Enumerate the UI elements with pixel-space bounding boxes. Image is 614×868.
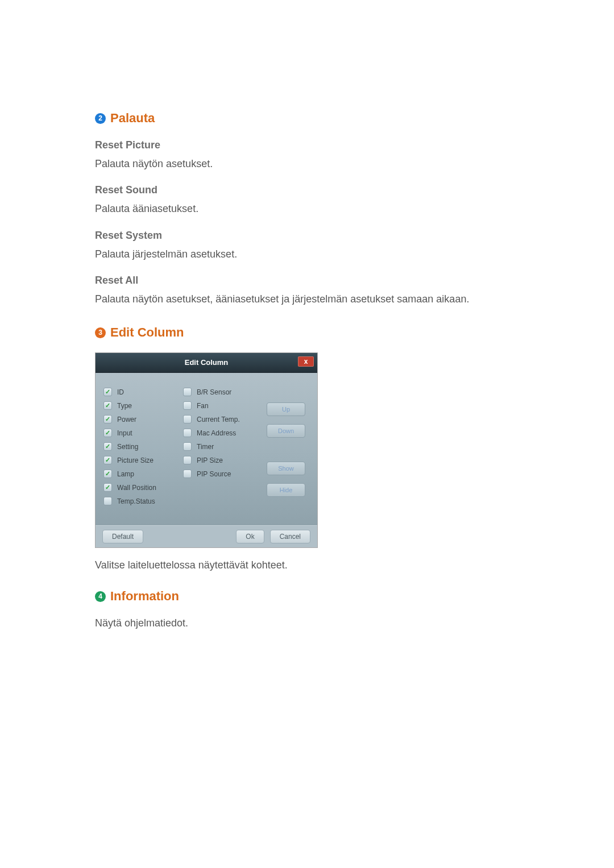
document-page: 2 Palauta Reset Picture Palauta näytön a… xyxy=(0,0,614,630)
checkbox-icon[interactable] xyxy=(183,429,192,437)
section-heading-information: 4 Information xyxy=(95,589,520,604)
column-side: Up Down Show Hide xyxy=(263,385,309,508)
checkbox-label: ID xyxy=(117,388,124,396)
section-title: Edit Column xyxy=(110,325,184,340)
checkbox-row[interactable]: Wall Position xyxy=(103,481,183,494)
checkbox-label: Type xyxy=(117,402,132,410)
checkbox-icon[interactable] xyxy=(103,442,112,451)
checkbox-row[interactable]: PIP Size xyxy=(183,454,263,467)
checkbox-row[interactable]: Fan xyxy=(183,399,263,412)
checkbox-icon[interactable] xyxy=(103,388,112,396)
checkbox-label: Temp.Status xyxy=(117,497,155,505)
checkbox-label: Lamp xyxy=(117,470,134,478)
checkbox-label: Mac Address xyxy=(197,429,236,437)
checkbox-icon[interactable] xyxy=(183,415,192,423)
checkbox-icon[interactable] xyxy=(103,470,112,478)
checkbox-icon[interactable] xyxy=(183,401,192,410)
checkbox-icon[interactable] xyxy=(103,497,112,505)
checkbox-label: B/R Sensor xyxy=(197,388,231,396)
dialog-body: IDTypePowerInputSettingPicture SizeLampW… xyxy=(96,373,317,525)
dialog-titlebar: Edit Column x xyxy=(96,353,317,373)
subheading-reset-picture: Reset Picture xyxy=(95,139,520,151)
checkbox-icon[interactable] xyxy=(183,470,192,478)
checkbox-row[interactable]: B/R Sensor xyxy=(183,385,263,398)
checkbox-row[interactable]: Temp.Status xyxy=(103,495,183,508)
checkbox-label: PIP Source xyxy=(197,470,231,478)
checkbox-label: Wall Position xyxy=(117,484,156,492)
checkbox-row[interactable]: ID xyxy=(103,385,183,398)
text-reset-picture: Palauta näytön asetukset. xyxy=(95,157,520,171)
text-reset-system: Palauta järjestelmän asetukset. xyxy=(95,247,520,261)
checkbox-label: PIP Size xyxy=(197,456,223,464)
edit-column-dialog: Edit Column x IDTypePowerInputSettingPic… xyxy=(95,352,318,548)
text-reset-sound: Palauta ääniasetukset. xyxy=(95,202,520,215)
checkbox-label: Input xyxy=(117,429,132,437)
text-reset-all: Palauta näytön asetukset, ääniasetukset … xyxy=(95,292,520,306)
checkbox-icon[interactable] xyxy=(183,388,192,396)
badge-4-icon: 4 xyxy=(95,591,106,602)
subheading-reset-all: Reset All xyxy=(95,275,520,286)
close-icon[interactable]: x xyxy=(298,356,314,367)
checkbox-icon[interactable] xyxy=(103,483,112,492)
default-button[interactable]: Default xyxy=(102,530,143,543)
cancel-button[interactable]: Cancel xyxy=(270,530,310,543)
checkbox-label: Setting xyxy=(117,443,138,451)
dialog-footer: Default Ok Cancel xyxy=(96,525,317,547)
checkbox-row[interactable]: Power xyxy=(103,413,183,426)
edit-column-caption: Valitse laiteluettelossa näytettävät koh… xyxy=(95,558,520,572)
ok-button[interactable]: Ok xyxy=(236,530,264,543)
hide-button[interactable]: Hide xyxy=(267,483,305,497)
checkbox-icon[interactable] xyxy=(183,456,192,464)
subheading-reset-system: Reset System xyxy=(95,230,520,242)
checkbox-label: Power xyxy=(117,416,136,423)
checkbox-row[interactable]: Timer xyxy=(183,440,263,453)
section-title: Palauta xyxy=(110,111,155,126)
checkbox-icon[interactable] xyxy=(103,415,112,423)
checkbox-icon[interactable] xyxy=(103,429,112,437)
checkbox-icon[interactable] xyxy=(103,456,112,464)
checkbox-row[interactable]: Mac Address xyxy=(183,426,263,439)
checkbox-row[interactable]: Type xyxy=(103,399,183,412)
checkbox-label: Picture Size xyxy=(117,456,154,464)
checkbox-label: Current Temp. xyxy=(197,416,240,423)
subheading-reset-sound: Reset Sound xyxy=(95,184,520,196)
badge-3-icon: 3 xyxy=(95,327,106,338)
checkbox-row[interactable]: Lamp xyxy=(103,467,183,480)
badge-2-icon: 2 xyxy=(95,113,106,124)
section-heading-edit-column: 3 Edit Column xyxy=(95,325,520,340)
column-right: B/R SensorFanCurrent Temp.Mac AddressTim… xyxy=(183,385,263,508)
checkbox-row[interactable]: PIP Source xyxy=(183,467,263,480)
column-left: IDTypePowerInputSettingPicture SizeLampW… xyxy=(103,385,183,508)
checkbox-row[interactable]: Input xyxy=(103,426,183,439)
checkbox-icon[interactable] xyxy=(103,401,112,410)
checkbox-row[interactable]: Setting xyxy=(103,440,183,453)
section-title: Information xyxy=(110,589,179,604)
checkbox-icon[interactable] xyxy=(183,442,192,451)
up-button[interactable]: Up xyxy=(267,402,305,416)
checkbox-row[interactable]: Picture Size xyxy=(103,454,183,467)
text-information: Näytä ohjelmatiedot. xyxy=(95,616,520,630)
checkbox-label: Timer xyxy=(197,443,214,451)
checkbox-row[interactable]: Current Temp. xyxy=(183,413,263,426)
show-button[interactable]: Show xyxy=(267,462,305,475)
dialog-title: Edit Column xyxy=(96,353,317,372)
checkbox-label: Fan xyxy=(197,402,209,410)
section-heading-palauta: 2 Palauta xyxy=(95,111,520,126)
down-button[interactable]: Down xyxy=(267,424,305,438)
